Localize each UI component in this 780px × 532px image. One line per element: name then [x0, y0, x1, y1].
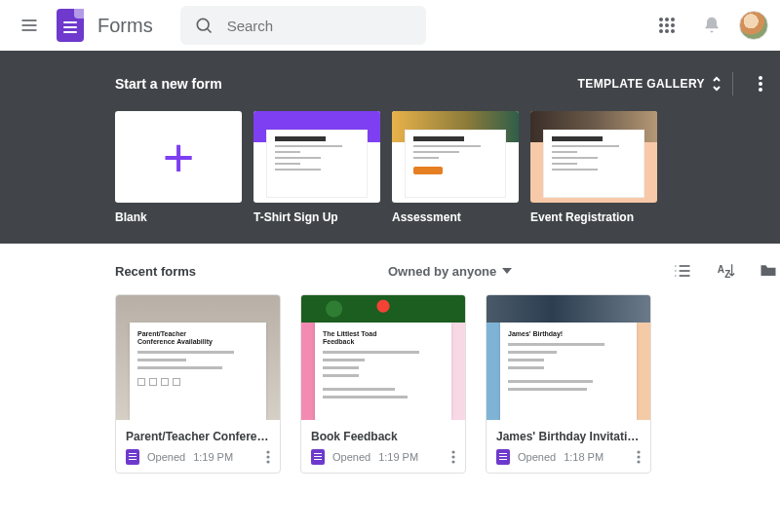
form-card[interactable]: The Littlest Toad Feedback Book Feedback…: [300, 294, 466, 474]
sort-button[interactable]: AZ: [716, 261, 735, 281]
divider: [732, 72, 733, 95]
opened-label: Opened: [147, 451, 185, 463]
account-avatar[interactable]: [739, 11, 768, 40]
dropdown-icon: [502, 268, 512, 274]
ownership-filter-label: Owned by anyone: [388, 264, 496, 279]
svg-point-28: [266, 460, 269, 463]
svg-point-13: [671, 29, 675, 33]
notifications-button[interactable]: [694, 8, 729, 43]
svg-point-10: [671, 23, 675, 27]
svg-point-8: [659, 23, 663, 27]
card-more-button[interactable]: [637, 450, 641, 464]
recent-section: Recent forms Owned by anyone AZ Parent/T…: [115, 244, 778, 503]
svg-point-26: [266, 450, 269, 453]
more-vert-icon: [266, 450, 270, 464]
forms-mini-icon: [126, 449, 139, 465]
svg-point-11: [659, 29, 663, 33]
template-heading: Start a new form: [115, 76, 222, 92]
form-card[interactable]: James' Birthday! James' Birthday Invitat…: [486, 294, 651, 474]
opened-time: 1:18 PM: [564, 451, 604, 463]
card-more-button[interactable]: [451, 450, 455, 464]
svg-text:A: A: [718, 264, 724, 275]
opened-label: Opened: [518, 451, 556, 463]
svg-point-33: [637, 455, 640, 458]
template-label: Event Registration: [530, 210, 657, 224]
template-strip: Start a new form TEMPLATE GALLERY + Blan…: [0, 51, 780, 244]
svg-point-27: [266, 455, 269, 458]
svg-point-34: [637, 460, 640, 463]
template-label: Blank: [115, 210, 242, 224]
list-icon: [673, 261, 692, 281]
svg-point-15: [759, 82, 762, 86]
svg-point-32: [637, 450, 640, 453]
thumb-title: Parent/Teacher Conference Availability: [137, 330, 222, 346]
bell-icon: [702, 16, 722, 35]
unfold-icon: [711, 76, 722, 92]
template-assessment[interactable]: Assessment: [392, 111, 519, 224]
template-more-button[interactable]: [743, 66, 778, 101]
svg-marker-17: [502, 268, 512, 274]
svg-point-9: [665, 23, 669, 27]
svg-point-7: [671, 18, 675, 21]
form-name: Parent/Teacher Conferen...: [126, 430, 270, 443]
svg-point-14: [759, 76, 762, 80]
svg-point-5: [659, 18, 663, 21]
folder-icon: [759, 261, 778, 281]
forms-mini-icon: [311, 449, 325, 465]
hamburger-icon: [20, 16, 39, 35]
folder-button[interactable]: [759, 261, 778, 281]
app-header: Forms: [0, 0, 780, 51]
more-vert-icon: [759, 76, 762, 92]
plus-icon: +: [115, 111, 242, 203]
template-gallery-button[interactable]: TEMPLATE GALLERY: [578, 76, 722, 92]
forms-mini-icon: [496, 449, 510, 465]
form-card[interactable]: Parent/Teacher Conference Availability P…: [115, 294, 281, 474]
svg-point-16: [759, 88, 762, 92]
search-bar[interactable]: [180, 6, 426, 45]
thumb-title: James' Birthday!: [508, 330, 593, 338]
template-tshirt-signup[interactable]: T-Shirt Sign Up: [254, 111, 380, 224]
thumb-title: The Littlest Toad Feedback: [323, 330, 408, 346]
apps-button[interactable]: [649, 8, 684, 43]
apps-grid-icon: [658, 17, 676, 34]
card-more-button[interactable]: [266, 450, 270, 464]
recent-heading: Recent forms: [115, 264, 388, 279]
svg-point-30: [451, 455, 454, 458]
search-icon: [194, 16, 214, 35]
template-blank[interactable]: + Blank: [115, 111, 242, 224]
menu-button[interactable]: [12, 8, 47, 43]
template-event-registration[interactable]: Event Registration: [530, 111, 657, 224]
app-name: Forms: [98, 15, 153, 37]
svg-point-12: [665, 29, 669, 33]
svg-point-6: [665, 18, 669, 21]
sort-az-icon: AZ: [716, 261, 735, 281]
opened-label: Opened: [332, 451, 370, 463]
svg-point-3: [197, 19, 209, 30]
form-name: James' Birthday Invitation: [496, 430, 641, 443]
template-label: Assessment: [392, 210, 519, 224]
template-label: T-Shirt Sign Up: [254, 210, 380, 224]
svg-point-31: [451, 460, 454, 463]
search-input[interactable]: [227, 18, 412, 34]
svg-line-4: [207, 29, 211, 33]
template-gallery-label: TEMPLATE GALLERY: [578, 77, 705, 91]
opened-time: 1:19 PM: [193, 451, 233, 463]
opened-time: 1:19 PM: [378, 451, 418, 463]
form-name: Book Feedback: [311, 430, 455, 443]
ownership-filter[interactable]: Owned by anyone: [388, 264, 512, 279]
forms-logo: [57, 9, 84, 42]
list-view-button[interactable]: [673, 261, 692, 281]
svg-point-29: [451, 450, 454, 453]
more-vert-icon: [451, 450, 455, 464]
more-vert-icon: [637, 450, 641, 464]
